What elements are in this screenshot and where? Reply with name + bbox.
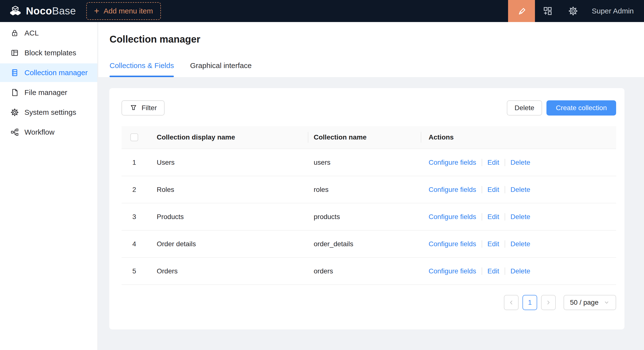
create-collection-button[interactable]: Create collection [546,100,616,116]
edit-link[interactable]: Edit [488,186,499,194]
chevron-down-icon [604,299,610,306]
configure-fields-link[interactable]: Configure fields [428,267,476,275]
table-row: 1 Users users Configure fields Edit Dele… [122,149,616,176]
sidebar-item-block-templates[interactable]: Block templates [0,44,97,62]
table-row: 3 Products products Configure fields Edi… [122,203,616,231]
edit-link[interactable]: Edit [488,267,499,275]
table-row: 5 Orders orders Configure fields Edit De… [122,258,616,285]
action-divider [505,240,505,248]
sidebar-item-label: Block templates [24,49,76,57]
configure-fields-link[interactable]: Configure fields [428,213,476,221]
add-menu-item-button[interactable]: + Add menu item [86,2,161,20]
pagination-page-1[interactable]: 1 [522,295,537,310]
cell-name: order_details [308,231,421,257]
topbar-right: Super Admin [508,0,644,22]
configure-fields-link[interactable]: Configure fields [428,186,476,194]
collections-table: Collection display name Collection name … [122,126,616,285]
cell-display-name: Orders [147,258,308,284]
action-divider [482,213,482,220]
action-divider [505,213,505,220]
lock-icon [10,29,19,38]
pagination-next-button[interactable] [541,295,556,310]
screen: NocoBase + Add menu item Super Admin ACL [0,0,644,350]
sidebar-item-acl[interactable]: ACL [0,24,97,42]
appstore-add-icon [542,6,553,16]
plugins-button[interactable] [535,0,560,22]
filter-button[interactable]: Filter [122,100,164,116]
delete-link[interactable]: Delete [510,240,530,248]
page-size-value: 50 / page [570,299,598,306]
sidebar-item-system-settings[interactable]: System settings [0,103,97,122]
topbar: NocoBase + Add menu item Super Admin [0,0,644,22]
sidebar-item-workflow[interactable]: Workflow [0,123,97,141]
delete-link[interactable]: Delete [510,159,530,166]
delete-link[interactable]: Delete [510,186,530,194]
brand-name: NocoBase [26,5,76,17]
table-header-row: Collection display name Collection name … [122,126,616,149]
brand-logo[interactable]: NocoBase [0,5,86,17]
row-index: 3 [122,203,147,230]
delete-link[interactable]: Delete [510,213,530,221]
sidebar-item-label: System settings [24,108,76,117]
ui-editor-button[interactable] [508,0,535,22]
plus-icon: + [94,7,99,16]
tab-bar: Collections & Fields Graphical interface [110,62,252,77]
cell-name: products [308,203,421,230]
select-all-checkbox[interactable] [130,133,138,141]
edit-link[interactable]: Edit [488,213,499,221]
cell-actions: Configure fields Edit Delete [421,258,616,284]
table-row: 2 Roles roles Configure fields Edit Dele… [122,176,616,203]
action-divider [505,186,505,193]
chevron-left-icon [508,299,514,306]
gear-icon [10,108,19,117]
collections-card: Filter Delete Create collection Collecti… [109,88,624,329]
configure-fields-link[interactable]: Configure fields [428,159,476,166]
main-area: Collection manager Collections & Fields … [98,22,644,350]
sidebar-item-file-manager[interactable]: File manager [0,83,97,102]
sidebar-item-label: Workflow [24,128,54,136]
tab-collections-and-fields[interactable]: Collections & Fields [110,62,174,77]
cell-display-name: Roles [147,176,308,203]
cell-actions: Configure fields Edit Delete [421,176,616,203]
cell-name: orders [308,258,421,284]
header-cell-display-name: Collection display name [147,126,308,149]
cell-name: roles [308,176,421,203]
file-icon [10,88,19,97]
header-cell-select [122,126,147,149]
edit-link[interactable]: Edit [488,159,499,166]
funnel-icon [129,104,138,112]
edit-link[interactable]: Edit [488,240,499,248]
cell-display-name: Users [147,149,308,176]
row-index: 2 [122,176,147,203]
action-divider [482,186,482,193]
chevron-right-icon [545,299,552,306]
tab-graphical-interface[interactable]: Graphical interface [190,62,252,77]
action-divider [482,267,482,275]
page-size-select[interactable]: 50 / page [564,295,616,310]
card-toolbar: Filter Delete Create collection [109,88,624,116]
user-menu[interactable]: Super Admin [586,7,644,15]
gear-icon [568,6,578,16]
configure-fields-link[interactable]: Configure fields [428,240,476,248]
header-cell-name: Collection name [308,126,421,149]
cell-actions: Configure fields Edit Delete [421,203,616,230]
delete-link[interactable]: Delete [510,267,530,275]
action-divider [482,159,482,166]
cell-display-name: Order details [147,231,308,257]
page-title: Collection manager [110,22,644,45]
settings-button[interactable] [560,0,586,22]
nocobase-cube-icon [9,5,22,17]
cell-actions: Configure fields Edit Delete [421,231,616,257]
bulk-delete-button[interactable]: Delete [507,100,542,116]
sidebar-item-label: File manager [24,88,67,97]
highlight-pen-icon [516,6,527,16]
row-index: 5 [122,258,147,284]
add-menu-item-label: Add menu item [104,7,153,15]
pagination: 1 50 / page [504,295,616,310]
action-divider [505,159,505,166]
sidebar-item-collection-manager[interactable]: Collection manager [0,63,97,82]
cell-actions: Configure fields Edit Delete [421,149,616,176]
pagination-prev-button[interactable] [504,295,518,310]
header-cell-actions: Actions [421,126,616,149]
layout-icon [10,49,19,57]
